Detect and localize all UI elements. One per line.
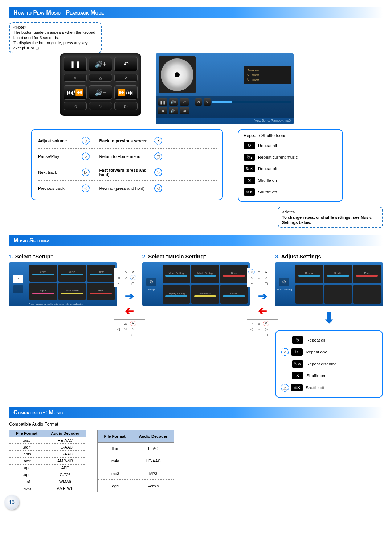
pause-icon: ❚❚ [64, 57, 87, 71]
note-tag: <Note> [282, 209, 379, 214]
back-icon: ↶ [114, 57, 138, 71]
down-arrow-icon: ⬇ [275, 310, 383, 326]
compat-table-1: File FormatAudio Decoder .aacHE-AAC .adi… [9, 430, 86, 492]
home-icon: ⌂ [13, 275, 23, 283]
key-circle-icon: ○ [82, 152, 90, 160]
key-down-icon: ▽ [89, 102, 112, 110]
repeat-one-icon: ↻₁ [244, 154, 255, 161]
key-right-icon: ▷ [154, 168, 162, 176]
key-left-icon: ◁ [154, 184, 162, 192]
music-player-preview: Summer Unknow Unknow ❚❚🔊+↶ ↻⤨ ⏮🔊−⏭ [156, 53, 294, 124]
key-left-icon: ◁ [82, 184, 90, 192]
repeat-off-icon: ↻✕ [244, 165, 255, 172]
track-list: Summer Unknow Unknow [244, 66, 291, 84]
next-ff-icon: ⏩/⏭ [114, 85, 138, 100]
note-box: <Note> The button guide disappears when … [9, 22, 102, 53]
step-title: 2. Select "Music Setting" [142, 253, 250, 259]
key-right-icon: ▷ [82, 168, 90, 176]
prev-rewind-icon: ⏮/⏪ [64, 85, 87, 100]
note-tag: <Note> [13, 25, 97, 30]
key-x-icon: ✕ [114, 74, 138, 82]
compat-table-2: File FormatAudio Decoder flacFLAC .m4aHE… [97, 430, 175, 492]
key-right-icon: ▷ [114, 102, 138, 110]
repeat-all-icon: ↻ [244, 142, 255, 149]
volume-down-icon: 🔊− [89, 85, 112, 100]
step-title: 1. Select "Setup" [9, 253, 117, 259]
remote-icon [13, 285, 23, 293]
shuffle-off-icon: ⤨✕ [291, 384, 303, 391]
keypad-guide: ❚❚ 🔊+ ↶ ○ △ ✕ ⏮/⏪ 🔊− ⏩/⏭ ◁ ▽ [60, 53, 141, 116]
shuffle-off-icon: ⤨✕ [244, 188, 255, 196]
step-title: 3. Adjust Settings [275, 253, 383, 259]
key-up-icon: △ [89, 74, 112, 82]
key-x-icon: ✕ [154, 137, 162, 145]
music-setting-preview: ⚙ Music Setting Repeat Shuffle Back [275, 262, 383, 306]
disc-icon [161, 58, 193, 91]
repeat-all-icon: ↻ [292, 336, 303, 344]
adjust-settings-legend: ↻Repeat all ○↻₁Repeat one ↻✕Repeat disab… [275, 330, 383, 398]
section-header: Music Settings [9, 235, 383, 246]
key-circle-icon: ○ [64, 74, 87, 82]
page-number: 10 [4, 495, 19, 510]
next-song-label: Next Song: Rainbow.mp3 [156, 118, 294, 124]
key-square-icon: ▢ [154, 152, 162, 160]
repeat-shuffle-legend-box: Repeat / Shuffle Icons ↻Repeat all ↻₁Rep… [238, 129, 343, 202]
gear-icon: ⚙ [146, 278, 156, 286]
repeat-off-icon: ↻✕ [292, 360, 303, 368]
setup-menu-preview: ⚙ Setup Video Setting Music Setting Back… [142, 262, 250, 306]
compat-subtitle: Compatible Audio Format [9, 422, 383, 427]
note-box: <Note> To change repeat or shuffle setti… [278, 207, 383, 228]
note-line: The button guide disappears when the key… [13, 30, 97, 40]
key-circle-icon: ○ [281, 348, 289, 356]
key-down-icon: ▽ [82, 137, 90, 145]
section-header: Compatibility: Music [9, 407, 383, 418]
shuffle-on-icon: ⤨ [292, 372, 303, 379]
section-header: How to Play Music - Playback Mode [9, 7, 383, 18]
repeat-one-icon: ↻₁ [291, 348, 303, 356]
note-line: To change repeat or shuffle settings, se… [282, 215, 379, 225]
button-legend-box: Adjust volume ▽ Back to previous screen … [31, 129, 223, 200]
home-menu-preview: ⌂ Video Music Photo Input Office Viewer … [9, 262, 117, 306]
key-up-icon: △ [281, 384, 289, 392]
shuffle-on-icon: ⤨ [244, 177, 255, 184]
note-line: To display the button guide, press any k… [13, 40, 97, 51]
volume-up-icon: 🔊+ [89, 57, 112, 71]
key-left-icon: ◁ [64, 102, 87, 110]
nav-arrows: ○△✕◁▽▷−▢ ➔ ➔ ○△✕◁▽▷−▢ [121, 268, 139, 339]
gear-icon: ⚙ [279, 278, 289, 286]
nav-arrows: ○△✕◁▽▷−▢ ➔ ➔ ○△✕◁▽▷−▢ [253, 268, 271, 339]
legend-title: Repeat / Shuffle Icons [244, 133, 337, 138]
